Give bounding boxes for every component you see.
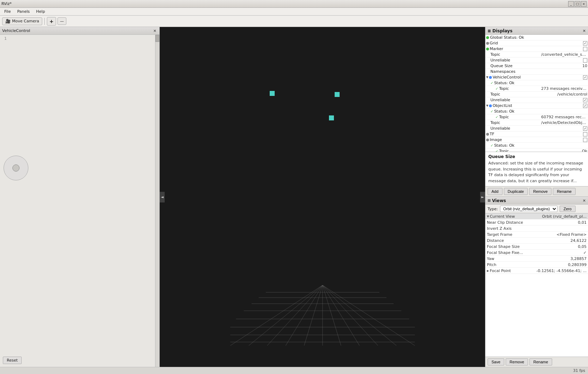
objectlist-checkbox[interactable] <box>583 104 587 108</box>
distance-label: Distance <box>487 238 571 243</box>
displays-label: Displays <box>492 28 512 33</box>
bottom-buttons-bar: Save Remove Rename <box>485 357 588 367</box>
focal-shape-fixed-value: ✓ <box>583 250 587 255</box>
img-status-check-icon: ✓ <box>490 143 493 147</box>
bottom-rename-button[interactable]: Rename <box>529 358 552 365</box>
add-button[interactable]: Add <box>488 188 502 195</box>
duplicate-button[interactable]: Duplicate <box>504 188 528 195</box>
objectlist-expand-icon: ▼ <box>486 104 488 107</box>
object-marker-1 <box>270 91 275 96</box>
focal-shape-size-label: Focal Shape Size <box>487 244 578 249</box>
display-row-image[interactable]: Image <box>485 137 588 143</box>
display-row-ol-status-topic: ✓ Topic 60792 messages receiv... <box>485 114 588 120</box>
menu-file[interactable]: File <box>1 9 13 15</box>
viewport-collapse-left-button[interactable]: ◄ <box>160 192 165 202</box>
viewport-collapse-right-button[interactable]: ► <box>480 192 485 202</box>
svg-line-12 <box>304 285 323 346</box>
action-buttons-bar: Add Duplicate Remove Rename <box>485 186 588 197</box>
display-row-tf[interactable]: TF <box>485 131 588 137</box>
img-topic-sub-value: Ok <box>582 149 587 152</box>
move-camera-button[interactable]: 🎥 Move Camera <box>2 17 42 25</box>
ol-status-check-icon: ✓ <box>490 109 493 113</box>
scrollbar-thumb[interactable] <box>155 35 159 42</box>
vehiclecontrol-checkbox[interactable] <box>583 75 587 80</box>
vehiclecontrol-color-dot <box>489 76 492 79</box>
tf-color-dot <box>486 133 489 136</box>
view-pitch: Pitch 0,280399 <box>485 262 588 268</box>
vc-topic-sub-label: Topic <box>499 86 541 91</box>
camera-mode-button[interactable]: — <box>57 17 66 25</box>
left-panel-header: VehicleControl × <box>0 27 159 35</box>
display-row-grid[interactable]: Grid <box>485 40 588 46</box>
ol-topic-sub-value: 60792 messages receiv... <box>541 115 587 119</box>
views-type-select[interactable]: Orbit (rviz_default_plugins) <box>500 206 557 212</box>
focal-shape-fixed-label: Focal Shape Fixe... <box>487 250 583 255</box>
left-panel-close-button[interactable]: × <box>153 28 157 33</box>
marker-unreliable-label: Unreliable <box>490 58 582 63</box>
left-panel-scrollbar[interactable] <box>155 35 159 367</box>
right-panel: ▦ Displays × Global Status: Ok Grid Mark… <box>485 27 588 367</box>
marker-unreliable-checkbox[interactable] <box>583 58 587 63</box>
bottom-remove-button[interactable]: Remove <box>506 358 528 365</box>
marker-topic-label: Topic <box>490 52 541 57</box>
display-row-marker-namespaces: Namespaces <box>485 69 588 75</box>
title-bar: RViz* _ □ × <box>0 0 588 8</box>
fps-display: 31 fps <box>573 368 585 373</box>
svg-line-10 <box>267 285 323 346</box>
window-controls[interactable]: _ □ × <box>568 1 587 7</box>
display-row-global-status: Global Status: Ok <box>485 35 588 40</box>
remove-button[interactable]: Remove <box>529 188 551 195</box>
menu-help[interactable]: Help <box>33 9 48 15</box>
vc-status-check-icon: ✓ <box>490 81 493 85</box>
target-frame-label: Target Frame <box>487 232 556 237</box>
interact-button[interactable]: + <box>47 17 56 26</box>
views-zero-button[interactable]: Zero <box>560 206 576 212</box>
displays-header: ▦ Displays × <box>485 27 588 35</box>
vc-topic-sub-value: 273 messages received <box>541 86 587 91</box>
objectlist-label: ObjectList <box>493 103 582 108</box>
menu-panels[interactable]: Panels <box>14 9 32 15</box>
views-close-button[interactable]: × <box>583 198 586 203</box>
control-inner <box>12 164 20 172</box>
vc-topic-check-icon: ✓ <box>495 87 498 91</box>
svg-line-9 <box>249 285 323 346</box>
left-panel: VehicleControl × 1 Reset <box>0 27 160 367</box>
current-view-label: Current View <box>490 214 542 219</box>
near-clip-label: Near Clip Distance <box>487 220 578 225</box>
minimize-button[interactable]: _ <box>568 1 574 7</box>
current-view-value: Orbit (rviz_default_pl... <box>542 214 587 219</box>
vc-unreliable-checkbox[interactable] <box>583 98 587 102</box>
display-row-objectlist[interactable]: ▼ ObjectList <box>485 103 588 109</box>
display-row-vehiclecontrol[interactable]: ▼ VehicleControl <box>485 75 588 80</box>
ol-topic-value: /vehicle/DetectedObjects <box>541 120 587 125</box>
displays-close-button[interactable]: × <box>583 28 586 33</box>
maximize-button[interactable]: □ <box>575 1 580 7</box>
status-bar: 31 fps <box>0 367 588 374</box>
ol-unreliable-checkbox[interactable] <box>583 126 587 131</box>
image-label: Image <box>490 137 582 142</box>
display-row-marker[interactable]: Marker <box>485 46 588 52</box>
image-checkbox[interactable] <box>583 138 587 142</box>
tf-checkbox[interactable] <box>583 132 587 136</box>
display-row-marker-topic: Topic /converted_vehicle_stat... <box>485 52 588 58</box>
views-type-label: Type: <box>488 207 498 211</box>
rename-button[interactable]: Rename <box>553 188 576 195</box>
display-row-vc-status: ✓ Status: Ok <box>485 80 588 86</box>
svg-line-8 <box>230 285 323 346</box>
save-button[interactable]: Save <box>488 358 504 365</box>
marker-checkbox[interactable] <box>583 47 587 51</box>
control-widget[interactable] <box>4 156 28 180</box>
marker-queue-value: 10 <box>582 64 587 68</box>
vc-topic-value: /vehicle/control <box>557 92 587 97</box>
close-button[interactable]: × <box>581 1 587 7</box>
views-label: Views <box>492 198 506 203</box>
view-focal-shape-size: Focal Shape Size 0,05 <box>485 244 588 250</box>
focal-point-value: -0.12561; -4.5566e-41; ... <box>536 269 587 273</box>
grid-checkbox[interactable] <box>583 41 587 45</box>
current-view-row[interactable]: ▼ Current View Orbit (rviz_default_pl... <box>485 213 588 219</box>
views-content: ▼ Current View Orbit (rviz_default_pl...… <box>485 213 588 357</box>
line-number: 1 <box>4 36 7 41</box>
reset-button[interactable]: Reset <box>3 357 22 364</box>
view-focal-point[interactable]: ▶ Focal Point -0.12561; -4.5566e-41; ... <box>485 268 588 274</box>
view-yaw: Yaw 3,28857 <box>485 256 588 262</box>
